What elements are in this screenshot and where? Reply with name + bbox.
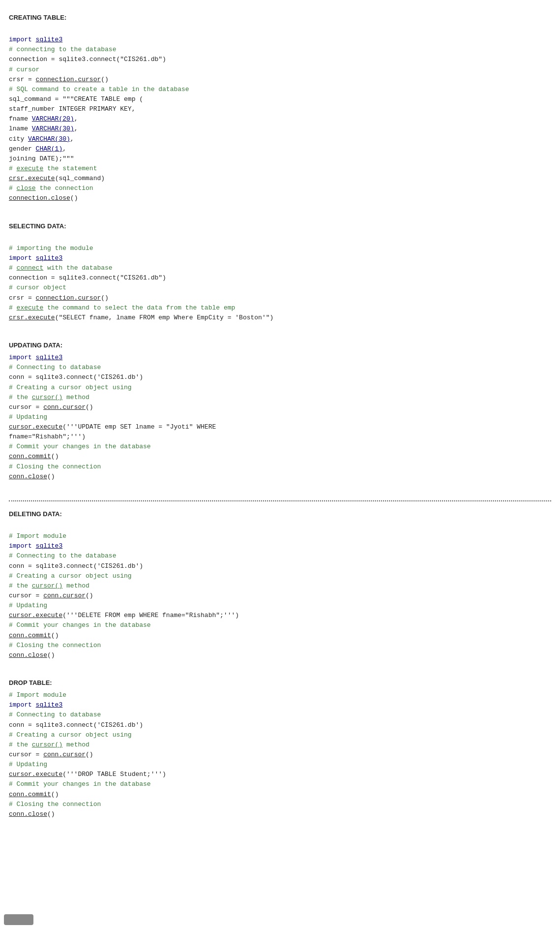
code-line	[9, 234, 551, 244]
code-line: # Closing the connection	[9, 800, 551, 809]
code-line: joining DATE);"""	[9, 154, 551, 164]
code-line: # the cursor() method	[9, 581, 551, 591]
code-line	[9, 204, 551, 214]
section-select: SELECTING DATA: # importing the module i…	[9, 222, 551, 333]
section-update: UPDATING DATA: import sqlite3 # Connecti…	[9, 341, 551, 492]
code-line: # Connecting to database	[9, 710, 551, 720]
section-drop: DROP TABLE: # Import module import sqlit…	[9, 679, 551, 829]
code-line: # Connecting to the database	[9, 551, 551, 561]
code-line: # cursor	[9, 65, 551, 75]
code-line	[9, 482, 551, 492]
code-line: # Commit your changes in the database	[9, 779, 551, 789]
code-line	[9, 25, 551, 35]
code-line: # execute the command to select the data…	[9, 303, 551, 313]
code-line	[9, 323, 551, 333]
code-line: # Creating a cursor object using	[9, 730, 551, 740]
code-line: conn.commit()	[9, 790, 551, 800]
code-line: # Import module	[9, 531, 551, 541]
code-line: # connecting to the database	[9, 45, 551, 55]
code-line: conn.close()	[9, 809, 551, 819]
code-line: conn = sqlite3.connect('CIS261.db')	[9, 720, 551, 730]
code-line: # Updating	[9, 760, 551, 770]
code-line: import sqlite3	[9, 541, 551, 551]
section-delete: DELETING DATA: # Import module import sq…	[9, 510, 551, 670]
code-block-delete: # Import module import sqlite3 # Connect…	[9, 522, 551, 670]
code-line: # Closing the connection	[9, 462, 551, 472]
code-line: cursor = conn.cursor()	[9, 403, 551, 412]
code-line: cursor = conn.cursor()	[9, 750, 551, 760]
code-line: conn = sqlite3.connect('CIS261.db')	[9, 561, 551, 571]
code-line: import sqlite3	[9, 353, 551, 363]
code-line: cursor.execute('''DELETE FROM emp WHERE …	[9, 611, 551, 620]
code-line: # Connecting to database	[9, 363, 551, 372]
code-line: # the cursor() method	[9, 740, 551, 750]
code-block-select: # importing the module import sqlite3 # …	[9, 234, 551, 333]
code-line: # Creating a cursor object using	[9, 383, 551, 393]
code-line: # Updating	[9, 601, 551, 611]
code-line: lname VARCHAR(30),	[9, 124, 551, 134]
code-line: # cursor object	[9, 283, 551, 293]
code-line: # the cursor() method	[9, 393, 551, 403]
code-line: crsr.execute(sql_command)	[9, 174, 551, 184]
section-divider	[9, 500, 551, 501]
section-header-drop: DROP TABLE:	[9, 679, 551, 686]
code-line	[9, 522, 551, 531]
section-create: CREATING TABLE: import sqlite3 # connect…	[9, 14, 551, 214]
code-line: import sqlite3	[9, 253, 551, 263]
section-header-delete: DELETING DATA:	[9, 510, 551, 518]
code-line: # Updating	[9, 412, 551, 422]
code-block-drop: # Import module import sqlite3 # Connect…	[9, 690, 551, 829]
code-line: # importing the module	[9, 244, 551, 253]
code-line: # connect with the database	[9, 263, 551, 273]
code-line: # Creating a cursor object using	[9, 571, 551, 581]
code-line: # execute the statement	[9, 164, 551, 174]
code-line: # SQL command to create a table in the d…	[9, 85, 551, 94]
code-line: cursor.execute('''DROP TABLE Student;'''…	[9, 770, 551, 779]
code-line: # Commit your changes in the database	[9, 442, 551, 452]
code-line: # close the connection	[9, 184, 551, 193]
bottom-status-bar	[4, 914, 33, 925]
code-line	[9, 819, 551, 829]
code-line: fname="Rishabh";''')	[9, 432, 551, 442]
code-line: conn.commit()	[9, 452, 551, 462]
code-line: conn = sqlite3.connect('CIS261.db')	[9, 372, 551, 382]
code-line: conn.commit()	[9, 631, 551, 641]
code-line: connection.close()	[9, 193, 551, 203]
code-line: city VARCHAR(30),	[9, 134, 551, 144]
code-line: crsr = connection.cursor()	[9, 293, 551, 303]
code-line: crsr.execute("SELECT fname, lname FROM e…	[9, 313, 551, 323]
code-line: conn.close()	[9, 650, 551, 660]
code-line: # Closing the connection	[9, 641, 551, 650]
code-line: # Commit your changes in the database	[9, 620, 551, 630]
code-line: fname VARCHAR(20),	[9, 114, 551, 124]
page-content: CREATING TABLE: import sqlite3 # connect…	[9, 14, 551, 829]
code-line: # Import module	[9, 690, 551, 700]
code-line: import sqlite3	[9, 35, 551, 45]
code-block-create: import sqlite3 # connecting to the datab…	[9, 25, 551, 214]
code-line: conn.close()	[9, 472, 551, 482]
code-line: staff_number INTEGER PRIMARY KEY,	[9, 104, 551, 114]
code-line: sql_command = """CREATE TABLE emp (	[9, 94, 551, 104]
section-header-update: UPDATING DATA:	[9, 341, 551, 349]
code-line: gender CHAR(1),	[9, 144, 551, 154]
section-header-select: SELECTING DATA:	[9, 222, 551, 230]
code-line: import sqlite3	[9, 700, 551, 710]
code-line	[9, 660, 551, 670]
section-header-create: CREATING TABLE:	[9, 14, 551, 21]
code-line: cursor.execute('''UPDATE emp SET lname =…	[9, 422, 551, 432]
code-block-update: import sqlite3 # Connecting to database …	[9, 353, 551, 492]
code-line: connection = sqlite3.connect("CIS261.db"…	[9, 273, 551, 283]
code-line: cursor = conn.cursor()	[9, 591, 551, 601]
code-line: crsr = connection.cursor()	[9, 75, 551, 85]
code-line: connection = sqlite3.connect("CIS261.db"…	[9, 55, 551, 64]
